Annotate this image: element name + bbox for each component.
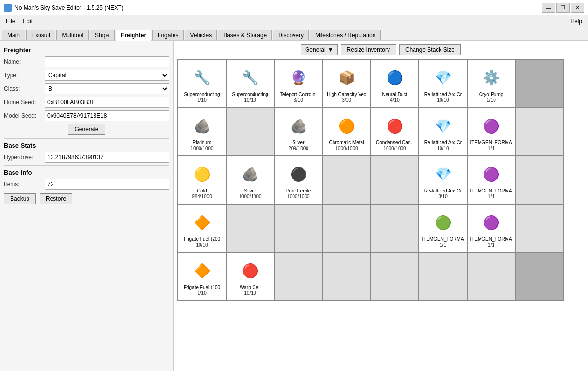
inventory-cell-22[interactable]: 🟣ITEMGEN_FORMA1/1	[467, 156, 515, 204]
inventory-item-count-2: 3/10	[294, 97, 303, 103]
inventory-item-count-22: 1/1	[488, 194, 494, 199]
inventory-cell-38[interactable]	[467, 252, 515, 301]
title-bar: No Man's Sky Save Editor - 1.5.25 (NEXT)…	[0, 0, 588, 15]
inventory-item-count-0: 1/10	[197, 97, 206, 103]
menu-file[interactable]: File	[2, 17, 19, 26]
restore-button[interactable]: Restore	[40, 193, 72, 204]
tab-milestones[interactable]: Milestones / Reputation	[310, 30, 381, 40]
inventory-cell-4[interactable]: 🔵Neural Duct4/10	[371, 59, 419, 108]
generate-button[interactable]: Generate	[68, 124, 105, 135]
inventory-cell-39[interactable]	[515, 252, 563, 301]
inventory-item-icon-4: 🔵	[381, 65, 408, 92]
tab-exosuit[interactable]: Exosuit	[26, 30, 55, 40]
change-stack-size-button[interactable]: Change Stack Size	[399, 44, 461, 55]
inventory-cell-5[interactable]: 💎Re-latticed Arc Cr10/10	[419, 59, 467, 108]
inventory-item-count-16: 984/1000	[192, 194, 212, 199]
divider-1	[4, 138, 169, 139]
inventory-cell-8[interactable]: 🪨Platinum1000/1000	[178, 108, 226, 156]
tab-frigates[interactable]: Frigates	[152, 30, 184, 40]
tab-freighter[interactable]: Freighter	[116, 30, 151, 41]
inventory-cell-20[interactable]	[371, 156, 419, 204]
inventory-item-label-2: Teleport Coordin.	[280, 92, 317, 97]
menu-bar: File Edit Help	[0, 15, 588, 27]
inventory-cell-30[interactable]: 🟣ITEMGEN_FORMA1/1	[467, 204, 515, 252]
items-label: Items:	[4, 181, 45, 188]
inventory-cell-14[interactable]: 🟣ITEMGEN_FORMA1/1	[467, 108, 515, 156]
window-controls: — ☐ ✕	[542, 3, 584, 13]
inventory-cell-26[interactable]	[274, 204, 322, 252]
inventory-cell-2[interactable]: 🔮Teleport Coordin.3/10	[274, 59, 322, 108]
freighter-section-title: Freighter	[4, 46, 169, 54]
tab-multitool[interactable]: Multitool	[56, 30, 89, 40]
tab-bar: Main Exosuit Multitool Ships Freighter F…	[0, 27, 588, 41]
inventory-item-icon-32: 🔶	[188, 258, 215, 285]
inventory-cell-36[interactable]	[371, 252, 419, 301]
inventory-cell-13[interactable]: 💎Re-latticed Arc Cr10/10	[419, 108, 467, 156]
inventory-cell-25[interactable]	[226, 204, 274, 252]
class-select[interactable]: S A B C	[45, 83, 169, 94]
tab-ships[interactable]: Ships	[90, 30, 115, 40]
name-input[interactable]	[45, 56, 169, 67]
inventory-cell-37[interactable]	[419, 252, 467, 301]
inventory-item-label-16: Gold	[197, 188, 207, 194]
inventory-item-icon-14: 🟣	[478, 113, 505, 140]
inventory-cell-3[interactable]: 📦High Capacity Vec3/10	[322, 59, 371, 108]
inventory-item-count-29: 1/1	[440, 242, 446, 247]
inventory-item-label-0: Superconducting	[184, 92, 220, 97]
inventory-cell-10[interactable]: 🪨Silver209/1000	[274, 108, 322, 156]
class-label: Class:	[4, 85, 45, 92]
minimize-button[interactable]: —	[542, 3, 555, 13]
inventory-cell-32[interactable]: 🔶Frigate Fuel (1001/10	[178, 252, 226, 301]
inventory-item-count-12: 1000/1000	[383, 146, 406, 151]
inventory-cell-28[interactable]	[371, 204, 419, 252]
base-stats-title: Base Stats	[4, 142, 169, 149]
tab-vehicles[interactable]: Vehicles	[185, 30, 217, 40]
chevron-down-icon: ▼	[328, 46, 334, 53]
inventory-cell-1[interactable]: 🔧Superconducting10/10	[226, 59, 274, 108]
inventory-cell-19[interactable]	[322, 156, 371, 204]
items-input[interactable]	[45, 179, 169, 190]
inventory-cell-0[interactable]: 🔧Superconducting1/10	[178, 59, 226, 108]
backup-button[interactable]: Backup	[4, 193, 36, 204]
inventory-cell-16[interactable]: 🟡Gold984/1000	[178, 156, 226, 204]
inventory-cell-6[interactable]: ⚙️Cryo-Pump1/10	[467, 59, 515, 108]
inventory-cell-9[interactable]	[226, 108, 274, 156]
inventory-item-label-30: ITEMGEN_FORMA	[470, 236, 512, 242]
inventory-grid: 🔧Superconducting1/10🔧Superconducting10/1…	[177, 59, 564, 301]
close-button[interactable]: ✕	[571, 3, 584, 13]
inventory-item-icon-10: 🪨	[285, 113, 312, 140]
menu-help[interactable]: Help	[566, 17, 586, 26]
tab-main[interactable]: Main	[2, 30, 25, 40]
inventory-cell-15[interactable]	[515, 108, 563, 156]
inventory-item-label-10: Silver	[292, 140, 304, 146]
inventory-cell-12[interactable]: 🔴Condensed Car...1000/1000	[371, 108, 419, 156]
inventory-cell-34[interactable]	[274, 252, 322, 301]
menu-edit[interactable]: Edit	[19, 17, 37, 26]
model-seed-input[interactable]	[45, 110, 169, 121]
items-row: Items:	[4, 179, 169, 190]
inventory-cell-29[interactable]: 🟢ITEMGEN_FORMA1/1	[419, 204, 467, 252]
inventory-cell-18[interactable]: ⚫Pure Ferrite1000/1000	[274, 156, 322, 204]
type-select[interactable]: Capital Standard	[45, 70, 169, 81]
general-dropdown[interactable]: General ▼	[301, 44, 338, 55]
inventory-cell-7[interactable]	[515, 59, 563, 108]
inventory-cell-31[interactable]	[515, 204, 563, 252]
inventory-cell-11[interactable]: 🟠Chromatic Metal1000/1000	[322, 108, 371, 156]
home-seed-input[interactable]	[45, 97, 169, 108]
hyperdrive-input[interactable]	[45, 152, 169, 163]
inventory-cell-33[interactable]: 🔴Warp Cell10/10	[226, 252, 274, 301]
inventory-cell-17[interactable]: 🪨Silver1000/1000	[226, 156, 274, 204]
inventory-cell-24[interactable]: 🔶Frigate Fuel (20010/10	[178, 204, 226, 252]
tab-discovery[interactable]: Discovery	[273, 30, 309, 40]
inventory-item-icon-17: 🪨	[237, 161, 264, 188]
resize-inventory-button[interactable]: Resize Inventory	[341, 44, 396, 55]
inventory-item-label-13: Re-latticed Arc Cr	[424, 140, 462, 146]
tab-bases[interactable]: Bases & Storage	[218, 30, 272, 40]
inventory-cell-27[interactable]	[322, 204, 371, 252]
inventory-item-count-6: 1/10	[486, 97, 495, 103]
inventory-cell-35[interactable]	[322, 252, 371, 301]
inventory-cell-21[interactable]: 💎Re-latticed Arc Cr3/10	[419, 156, 467, 204]
right-toolbar: General ▼ Resize Inventory Change Stack …	[177, 44, 584, 55]
maximize-button[interactable]: ☐	[556, 3, 570, 13]
inventory-cell-23[interactable]	[515, 156, 563, 204]
